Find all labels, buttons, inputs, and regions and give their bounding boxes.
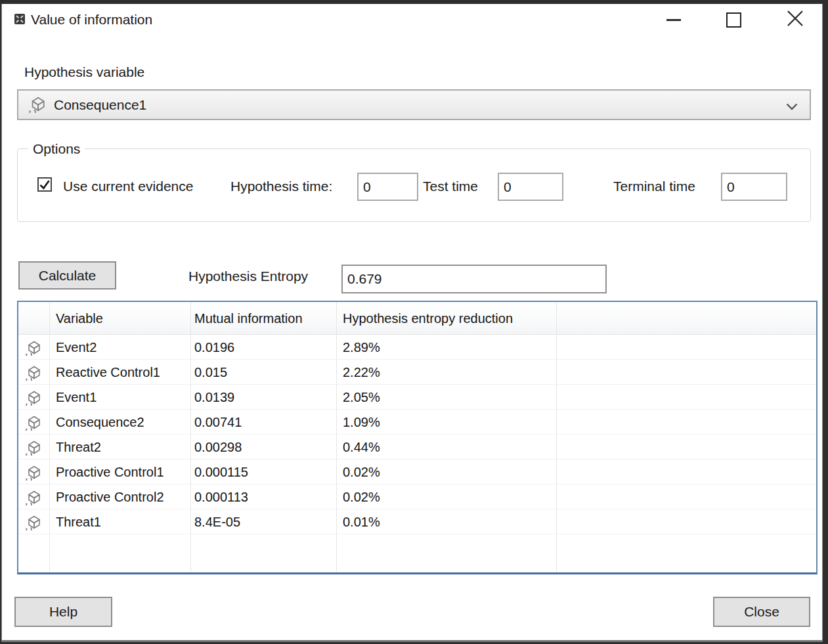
cell-mutual-information: 0.00741	[194, 414, 242, 431]
cell-entropy-reduction: 0.02%	[343, 463, 380, 481]
table-row[interactable]: Proactive Control1 0.000115 0.02%	[18, 460, 816, 484]
use-current-evidence-label: Use current evidence	[63, 178, 193, 195]
cell-variable: Consequence2	[56, 414, 144, 431]
cell-entropy-reduction: 0.01%	[343, 513, 380, 530]
chevron-down-icon	[786, 102, 798, 114]
cell-entropy-reduction: 2.22%	[343, 364, 380, 381]
help-button[interactable]: Help	[14, 597, 112, 627]
hypothesis-time-input[interactable]	[357, 173, 418, 201]
hypothesis-variable-label: Hypothesis variable	[24, 64, 144, 81]
table-row[interactable]: Threat1 8.4E-05 0.01%	[18, 509, 816, 534]
chance-node-icon	[24, 364, 41, 383]
cell-mutual-information: 8.4E-05	[194, 513, 240, 530]
maximize-icon	[726, 12, 741, 28]
test-time-input[interactable]	[498, 173, 563, 201]
table-row[interactable]: Threat2 0.00298 0.44%	[18, 435, 816, 460]
chance-node-icon	[24, 389, 41, 408]
use-current-evidence-checkbox[interactable]	[37, 177, 52, 192]
screen: Value of information Hypothesis variable…	[0, 0, 828, 644]
table-row[interactable]: Reactive Control1 0.015 2.22%	[18, 360, 816, 385]
cell-mutual-information: 0.0139	[194, 389, 234, 406]
minimize-icon	[666, 19, 681, 21]
calculate-button[interactable]: Calculate	[18, 261, 116, 290]
close-icon	[787, 10, 804, 30]
table-row[interactable]: Event1 0.0139 2.05%	[18, 385, 816, 410]
hypothesis-entropy-field[interactable]	[341, 265, 607, 293]
results-table: Variable Mutual information Hypothesis e…	[17, 301, 817, 574]
cell-entropy-reduction: 0.02%	[343, 488, 380, 505]
options-groupbox: Options Use current evidence Hypothesis …	[17, 148, 811, 222]
chance-node-icon	[28, 95, 46, 116]
column-header-mutual-information[interactable]: Mutual information	[194, 310, 303, 327]
cell-mutual-information: 0.000115	[194, 463, 248, 481]
app-icon	[14, 13, 26, 28]
close-button[interactable]: Close	[713, 597, 810, 627]
cell-variable: Event1	[56, 389, 97, 406]
cell-mutual-information: 0.0196	[194, 339, 234, 356]
hypothesis-entropy-label: Hypothesis Entropy	[188, 268, 308, 285]
options-legend: Options	[28, 140, 85, 158]
maximize-button[interactable]	[714, 5, 753, 34]
check-icon	[39, 179, 51, 190]
terminal-time-input[interactable]	[721, 173, 787, 201]
cell-entropy-reduction: 2.89%	[343, 339, 380, 356]
minimize-button[interactable]	[654, 5, 693, 34]
test-time-label: Test time	[423, 178, 478, 195]
terminal-time-label: Terminal time	[613, 178, 695, 195]
chance-node-icon	[24, 488, 41, 508]
cell-variable: Event2	[56, 339, 97, 356]
cell-mutual-information: 0.015	[194, 364, 227, 381]
cell-variable: Reactive Control1	[56, 364, 160, 381]
cell-variable: Proactive Control1	[56, 463, 164, 481]
column-header-variable[interactable]: Variable	[56, 310, 103, 327]
hypothesis-time-label: Hypothesis time:	[230, 178, 332, 195]
chance-node-icon	[24, 463, 41, 483]
cell-mutual-information: 0.000113	[194, 488, 248, 505]
chance-node-icon	[24, 439, 41, 458]
cell-mutual-information: 0.00298	[194, 439, 242, 456]
cell-variable: Threat2	[56, 439, 101, 456]
cell-entropy-reduction: 2.05%	[343, 389, 380, 406]
results-table-header: Variable Mutual information Hypothesis e…	[18, 302, 816, 335]
window-title: Value of information	[31, 11, 152, 29]
cell-entropy-reduction: 0.44%	[343, 439, 380, 456]
cell-entropy-reduction: 1.09%	[343, 414, 380, 431]
table-row[interactable]: Event2 0.0196 2.89%	[18, 335, 816, 360]
hypothesis-variable-select[interactable]: Consequence1	[17, 89, 811, 120]
table-row[interactable]: Proactive Control2 0.000113 0.02%	[18, 484, 816, 509]
chance-node-icon	[24, 513, 41, 533]
cell-variable: Threat1	[56, 513, 101, 530]
table-row[interactable]: Consequence2 0.00741 1.09%	[18, 410, 816, 435]
close-window-button[interactable]	[775, 5, 815, 34]
column-header-entropy-reduction[interactable]: Hypothesis entropy reduction	[343, 310, 513, 327]
chance-node-icon	[24, 414, 41, 433]
chance-node-icon	[24, 339, 41, 358]
cell-variable: Proactive Control2	[56, 488, 164, 505]
hypothesis-variable-value: Consequence1	[54, 97, 146, 113]
